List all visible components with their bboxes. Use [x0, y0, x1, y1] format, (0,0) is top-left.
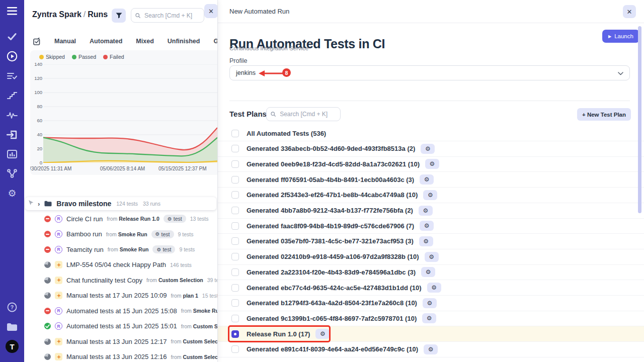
plan-settings-button[interactable]: ⚙ [424, 344, 438, 354]
plan-settings-button[interactable]: ⚙ [315, 329, 330, 339]
check-icon[interactable] [0, 30, 24, 44]
drawer-search-input[interactable] [143, 12, 200, 20]
filter-button[interactable] [112, 9, 126, 23]
run-row[interactable]: Chat functinality test CopyfromCustom Se… [24, 273, 217, 288]
chevron-right-icon[interactable]: › [38, 200, 40, 208]
launch-button[interactable]: ▶Launch [602, 30, 639, 43]
plan-checkbox[interactable] [231, 299, 239, 307]
tab-mixed[interactable]: Mixed [136, 38, 153, 45]
plan-settings-button[interactable]: ⚙ [425, 252, 439, 262]
svg-text:?: ? [11, 304, 14, 310]
panel-topbar: New Automated Run ✕ [218, 0, 644, 23]
plan-checkbox[interactable] [231, 345, 239, 353]
plan-checkbox[interactable] [231, 284, 239, 292]
plan-checkbox[interactable] [231, 237, 239, 245]
run-row[interactable]: Manual tests at 13 Jun 2025 12:16fromCus… [24, 349, 217, 362]
drawer-close-button[interactable]: ✕ [204, 4, 217, 18]
test-plan-row[interactable]: Generated faac8f09-94b8-4b19-89d9-c576cd… [218, 218, 644, 234]
test-plan-row[interactable]: Generated 0eeb9e18-f23d-4cd5-82dd-8a1a73… [218, 156, 644, 172]
plan-settings-button[interactable]: ⚙ [423, 190, 437, 200]
tab-unfinished[interactable]: Unfinished [168, 38, 200, 45]
select-all-icon[interactable] [33, 38, 41, 45]
panel-close-button[interactable]: ✕ [623, 5, 636, 18]
test-badge[interactable]: ⚙test [152, 245, 175, 253]
run-tests-count: 39 tests [207, 277, 217, 283]
plan-checkbox[interactable] [231, 160, 239, 168]
plan-checkbox[interactable] [231, 253, 239, 260]
test-plan-row[interactable]: Generated ebc77c4d-9635-424c-ac5e-427483… [218, 280, 644, 296]
list-check-icon[interactable] [0, 69, 24, 83]
help-icon[interactable]: ? [0, 300, 24, 314]
run-row[interactable]: RBamboo runfromSmoke Run⚙test9 tests [24, 227, 217, 241]
plan-settings-button[interactable]: ⚙ [419, 206, 433, 216]
test-badge[interactable]: ⚙test [164, 215, 186, 223]
plan-checkbox[interactable] [231, 222, 239, 230]
test-plan-row[interactable]: All Automated Tests (536) [218, 126, 644, 141]
plan-checkbox[interactable] [231, 207, 239, 214]
test-plan-row[interactable]: Generated 9c1399b1-c065-4f84-8697-7af2c5… [218, 311, 644, 326]
test-badge[interactable]: ⚙test [151, 230, 174, 238]
plan-settings-button[interactable]: ⚙ [422, 313, 436, 323]
test-plan-row[interactable]: Generated 035e7bf0-7381-4c5c-be77-321e73… [218, 234, 644, 249]
sign-in-icon[interactable] [0, 128, 24, 142]
tab-groups[interactable]: Groups [213, 38, 217, 45]
manual-run-icon [55, 353, 62, 360]
folder-icon[interactable] [0, 320, 24, 334]
test-plan-row[interactable]: Generated 022410b9-e918-4459-a106-97d2a9… [218, 249, 644, 265]
run-row[interactable]: RAutomated tests at 15 Jun 2025 15:08fro… [24, 304, 217, 318]
test-plan-row[interactable]: Generated b12794f3-643a-4a2d-8504-23f1e7… [218, 296, 644, 311]
gear-icon[interactable]: ⚙ [0, 186, 24, 200]
cursor-icon [28, 199, 34, 208]
run-row[interactable]: Manual tests at 17 Jun 2025 10:09frompla… [24, 288, 217, 303]
run-tests-count: 146 tests [170, 262, 192, 268]
test-plan-row[interactable]: Release Run 1.0 (17)⚙ [218, 326, 644, 342]
run-row[interactable]: Manual tests at 13 Jun 2025 12:17fromCus… [24, 334, 217, 349]
bar-chart-icon[interactable] [0, 147, 24, 161]
search-icon [135, 13, 140, 19]
new-test-plan-button[interactable]: + New Test Plan [577, 108, 631, 121]
plan-checkbox[interactable] [231, 130, 239, 137]
status-progress-icon [44, 338, 51, 345]
menu-icon[interactable] [0, 4, 24, 18]
test-plan-row[interactable]: Generated 336abecb-0b52-4d60-9ded-493f3f… [218, 141, 644, 157]
logo-t-icon[interactable]: T [0, 339, 24, 353]
run-row[interactable]: RCircle CI runfromRelease Run 1.0⚙test13… [24, 212, 217, 226]
test-plan-row[interactable]: Generated 2f5343e3-ef26-47b1-be8b-44cabc… [218, 188, 644, 203]
steps-icon[interactable] [0, 88, 24, 103]
branch-icon[interactable] [0, 166, 24, 180]
scrollbar-thumb[interactable] [638, 26, 641, 213]
run-tests-count: 9 tests [179, 246, 195, 252]
plan-settings-button[interactable]: ⚙ [425, 159, 439, 169]
test-plan-row[interactable]: Generated ff076591-05ab-4b4b-8491-1ecb00… [218, 172, 644, 188]
icon-rail: ⚙ ? T [0, 0, 24, 362]
run-row[interactable]: RTeamcity runfromSmoke Run⚙test9 tests [24, 242, 217, 257]
tab-automated[interactable]: Automated [90, 38, 122, 45]
plan-checkbox[interactable] [231, 315, 239, 322]
test-plans-search-input[interactable] [279, 110, 336, 118]
profile-value: jenkins [236, 69, 256, 76]
plan-settings-button[interactable]: ⚙ [419, 236, 433, 246]
plan-settings-button[interactable]: ⚙ [427, 283, 441, 293]
plan-checkbox[interactable] [231, 191, 239, 199]
milestone-group-row[interactable]: › Bravo milestone 124 tests 33 runs [25, 197, 216, 210]
plan-settings-button[interactable]: ⚙ [423, 298, 437, 308]
plan-settings-button[interactable]: ⚙ [421, 267, 435, 277]
profile-select[interactable]: jenkins [229, 65, 630, 80]
run-row[interactable]: RAutomated tests at 15 Jun 2025 15:01fro… [24, 319, 217, 333]
plan-label: All Automated Tests (536) [247, 130, 326, 137]
play-circle-icon[interactable] [0, 49, 24, 63]
plan-checkbox[interactable] [231, 145, 239, 152]
test-plan-row[interactable]: Generated e891c41f-8039-4e64-aa24-e0d56e… [218, 342, 644, 357]
plan-checkbox[interactable] [231, 330, 239, 338]
test-plan-row[interactable]: Generated 4bb7a8b0-9212-43a4-b137-f772fe… [218, 203, 644, 219]
status-failed-icon [44, 231, 51, 237]
tab-manual[interactable]: Manual [54, 38, 76, 45]
plan-settings-button[interactable]: ⚙ [420, 174, 434, 185]
run-row[interactable]: LMP-554 05/04 check Happy Path146 tests [24, 257, 217, 272]
plan-settings-button[interactable]: ⚙ [421, 144, 435, 154]
activity-icon[interactable] [0, 108, 24, 122]
test-plan-row[interactable]: Generated 2a223104-f20e-4b43-83d9-e78459… [218, 264, 644, 280]
plan-checkbox[interactable] [231, 268, 239, 276]
plan-settings-button[interactable]: ⚙ [420, 221, 434, 231]
plan-checkbox[interactable] [231, 176, 239, 184]
